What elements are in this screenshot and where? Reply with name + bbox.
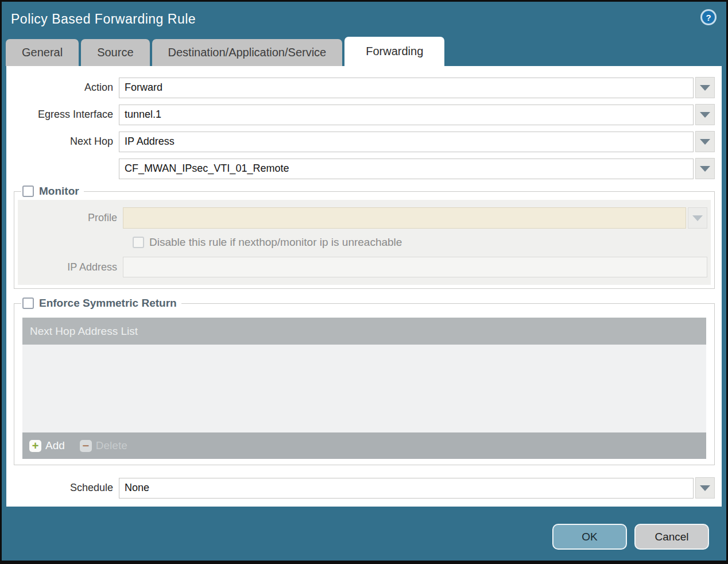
tab-general[interactable]: General xyxy=(6,39,79,66)
delete-button-label: Delete xyxy=(96,439,127,452)
monitor-checkbox[interactable] xyxy=(22,186,34,197)
egress-interface-row: Egress Interface tunnel.1 xyxy=(6,104,722,125)
next-hop-address-dropdown[interactable]: CF_MWAN_IPsec_VTI_01_Remote xyxy=(119,159,694,179)
next-hop-type-dropdown-button[interactable] xyxy=(695,131,715,152)
table-header: Next Hop Address List xyxy=(22,318,706,345)
symmetric-return-legend: Enforce Symmetric Return xyxy=(21,297,181,310)
symmetric-return-fieldset: Enforce Symmetric Return Next Hop Addres… xyxy=(14,297,715,465)
next-hop-row: Next Hop IP Address xyxy=(6,131,722,152)
content-panel: Action Forward Egress Interface tunnel.1… xyxy=(6,66,722,507)
schedule-dropdown-button[interactable] xyxy=(695,477,715,499)
action-row: Action Forward xyxy=(6,77,722,98)
action-label: Action xyxy=(6,82,119,94)
dialog-button-bar: OK Cancel xyxy=(2,507,726,550)
cancel-button[interactable]: Cancel xyxy=(634,524,709,550)
next-hop-type-dropdown[interactable]: IP Address xyxy=(119,132,694,152)
tab-source[interactable]: Source xyxy=(81,39,149,66)
profile-dropdown-button xyxy=(688,207,707,229)
table-footer: + Add − Delete xyxy=(22,432,706,459)
next-hop-address-row: CF_MWAN_IPsec_VTI_01_Remote xyxy=(6,158,722,179)
chevron-down-icon xyxy=(700,85,710,91)
next-hop-address-dropdown-button[interactable] xyxy=(695,158,715,179)
action-dropdown[interactable]: Forward xyxy=(119,78,694,98)
profile-row: Profile xyxy=(18,207,707,229)
chevron-down-icon xyxy=(700,139,710,145)
monitor-fieldset: Monitor Profile Disable this rule if nex… xyxy=(14,185,715,289)
egress-interface-label: Egress Interface xyxy=(6,109,119,121)
dialog-frame: Policy Based Forwarding Rule ? General S… xyxy=(2,2,726,561)
next-hop-label: Next Hop xyxy=(6,136,119,148)
table-body xyxy=(22,345,706,432)
schedule-dropdown[interactable]: None xyxy=(119,478,694,499)
titlebar: Policy Based Forwarding Rule ? xyxy=(2,2,726,37)
tab-forwarding[interactable]: Forwarding xyxy=(344,37,444,66)
monitor-ip-row: IP Address xyxy=(18,257,707,277)
disable-rule-label: Disable this rule if nexthop/monitor ip … xyxy=(149,236,402,249)
help-icon[interactable]: ? xyxy=(700,9,717,25)
egress-interface-dropdown-button[interactable] xyxy=(695,104,715,125)
monitor-body: Profile Disable this rule if nexthop/mon… xyxy=(18,200,711,285)
egress-interface-dropdown[interactable]: tunnel.1 xyxy=(119,105,694,125)
plus-icon: + xyxy=(29,440,41,452)
minus-icon: − xyxy=(80,440,92,452)
symmetric-return-checkbox[interactable] xyxy=(22,298,34,309)
add-button-label: Add xyxy=(45,439,65,452)
profile-label: Profile xyxy=(18,212,123,224)
dialog-title: Policy Based Forwarding Rule xyxy=(11,11,196,27)
chevron-down-icon xyxy=(692,215,703,221)
schedule-label: Schedule xyxy=(6,482,119,494)
delete-button: − Delete xyxy=(80,439,127,452)
symmetric-return-legend-label: Enforce Symmetric Return xyxy=(39,297,177,310)
schedule-row: Schedule None xyxy=(6,477,722,499)
chevron-down-icon xyxy=(700,485,710,491)
tab-destination-application-service[interactable]: Destination/Application/Service xyxy=(152,39,343,66)
dialog-window: Policy Based Forwarding Rule ? General S… xyxy=(0,0,728,564)
chevron-down-icon xyxy=(700,112,710,118)
action-dropdown-button[interactable] xyxy=(695,77,715,98)
disable-rule-checkbox xyxy=(133,237,144,248)
monitor-ip-input xyxy=(123,257,707,277)
monitor-legend: Monitor xyxy=(21,185,84,198)
tab-strip: General Source Destination/Application/S… xyxy=(2,37,726,66)
add-button[interactable]: + Add xyxy=(29,439,65,452)
monitor-ip-label: IP Address xyxy=(18,261,123,273)
chevron-down-icon xyxy=(700,166,710,172)
ok-button[interactable]: OK xyxy=(552,524,627,550)
next-hop-address-table: Next Hop Address List + Add − Delete xyxy=(22,318,706,459)
disable-rule-row: Disable this rule if nexthop/monitor ip … xyxy=(133,236,707,249)
monitor-legend-label: Monitor xyxy=(39,185,79,198)
profile-dropdown xyxy=(123,207,686,229)
